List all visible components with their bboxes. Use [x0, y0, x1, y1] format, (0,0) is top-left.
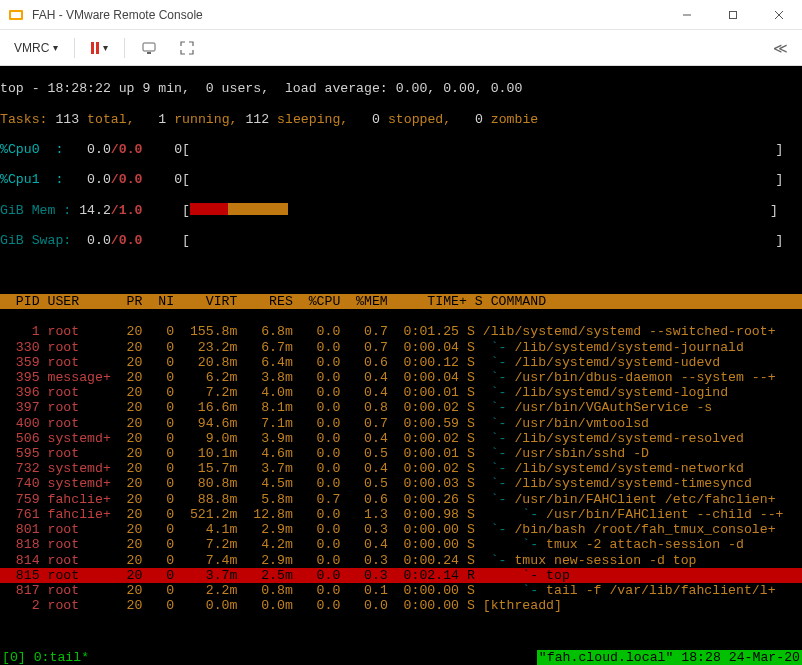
table-row: 818 root 20 0 7.2m 4.2m 0.0 0.4 0:00.00 … — [0, 537, 802, 552]
svg-rect-7 — [147, 52, 151, 54]
svg-rect-1 — [11, 12, 21, 18]
window-controls — [664, 0, 802, 30]
toolbar-separator — [74, 38, 75, 58]
table-row: 801 root 20 0 4.1m 2.9m 0.0 0.3 0:00.00 … — [0, 522, 802, 537]
vmrc-menu[interactable]: VMRC ▾ — [8, 37, 64, 59]
top-summary-line: top - 18:28:22 up 9 min, 0 users, load a… — [0, 81, 802, 96]
terminal[interactable]: top - 18:28:22 up 9 min, 0 users, load a… — [0, 66, 802, 665]
svg-rect-6 — [143, 43, 155, 51]
top-cpu0-line: %Cpu0 : 0.0/0.0 0[ ] — [0, 142, 802, 157]
top-mem-line: GiB Mem : 14.2/1.0 [] — [0, 203, 802, 218]
top-tasks-line: Tasks: 113 total, 1 running, 112 sleepin… — [0, 112, 802, 127]
window-titlebar: FAH - VMware Remote Console — [0, 0, 802, 30]
table-row: 395 message+ 20 0 6.2m 3.8m 0.0 0.4 0:00… — [0, 370, 802, 385]
table-row: 740 systemd+ 20 0 80.8m 4.5m 0.0 0.5 0:0… — [0, 476, 802, 491]
toolbar-separator — [124, 38, 125, 58]
top-cpu1-line: %Cpu1 : 0.0/0.0 0[ ] — [0, 172, 802, 187]
table-row: 506 systemd+ 20 0 9.0m 3.9m 0.0 0.4 0:00… — [0, 431, 802, 446]
svg-rect-3 — [730, 11, 737, 18]
table-row: 1 root 20 0 155.8m 6.8m 0.0 0.7 0:01.25 … — [0, 324, 802, 339]
tmux-status-left: [0] 0:tail* — [0, 650, 91, 665]
table-row: 815 root 20 0 3.7m 2.5m 0.0 0.3 0:02.14 … — [0, 568, 802, 583]
toolbar: VMRC ▾ ▾ ≪ — [0, 30, 802, 66]
table-row: 759 fahclie+ 20 0 88.8m 5.8m 0.7 0.6 0:0… — [0, 492, 802, 507]
pause-icon — [91, 42, 99, 54]
process-table: 1 root 20 0 155.8m 6.8m 0.0 0.7 0:01.25 … — [0, 324, 802, 613]
chevron-down-icon: ▾ — [53, 42, 58, 53]
window-title: FAH - VMware Remote Console — [32, 8, 664, 22]
maximize-button[interactable] — [710, 0, 756, 30]
tmux-statusbar: [0] 0:tail* "fah.cloud.local" 18:28 24-M… — [0, 650, 802, 665]
table-row: 2 root 20 0 0.0m 0.0m 0.0 0.0 0:00.00 S … — [0, 598, 802, 613]
fullscreen-button[interactable] — [173, 36, 201, 60]
top-swap-line: GiB Swap: 0.0/0.0 [ ] — [0, 233, 802, 248]
vmrc-label: VMRC — [14, 41, 49, 55]
process-header: PID USER PR NI VIRT RES %CPU %MEM TIME+ … — [0, 294, 802, 309]
table-row: 330 root 20 0 23.2m 6.7m 0.0 0.7 0:00.04… — [0, 340, 802, 355]
minimize-button[interactable] — [664, 0, 710, 30]
fullscreen-icon — [179, 40, 195, 56]
table-row: 400 root 20 0 94.6m 7.1m 0.0 0.7 0:00.59… — [0, 416, 802, 431]
collapse-icon: ≪ — [773, 40, 788, 56]
tmux-status-right: "fah.cloud.local" 18:28 24-Mar-20 — [537, 650, 802, 665]
pause-button[interactable]: ▾ — [85, 38, 114, 58]
table-row: 814 root 20 0 7.4m 2.9m 0.0 0.3 0:00.24 … — [0, 553, 802, 568]
vmware-icon — [8, 7, 24, 23]
table-row: 359 root 20 0 20.8m 6.4m 0.0 0.6 0:00.12… — [0, 355, 802, 370]
table-row: 397 root 20 0 16.6m 8.1m 0.0 0.8 0:00.02… — [0, 400, 802, 415]
collapse-button[interactable]: ≪ — [767, 36, 794, 60]
send-ctrl-alt-del-button[interactable] — [135, 36, 163, 60]
table-row: 732 systemd+ 20 0 15.7m 3.7m 0.0 0.4 0:0… — [0, 461, 802, 476]
mem-bar — [190, 203, 770, 215]
table-row: 761 fahclie+ 20 0 521.2m 12.8m 0.0 1.3 0… — [0, 507, 802, 522]
table-row: 817 root 20 0 2.2m 0.8m 0.0 0.1 0:00.00 … — [0, 583, 802, 598]
table-row: 396 root 20 0 7.2m 4.0m 0.0 0.4 0:00.01 … — [0, 385, 802, 400]
blank-line — [0, 264, 802, 279]
cad-icon — [141, 40, 157, 56]
table-row: 595 root 20 0 10.1m 4.6m 0.0 0.5 0:00.01… — [0, 446, 802, 461]
chevron-down-icon: ▾ — [103, 42, 108, 53]
close-button[interactable] — [756, 0, 802, 30]
